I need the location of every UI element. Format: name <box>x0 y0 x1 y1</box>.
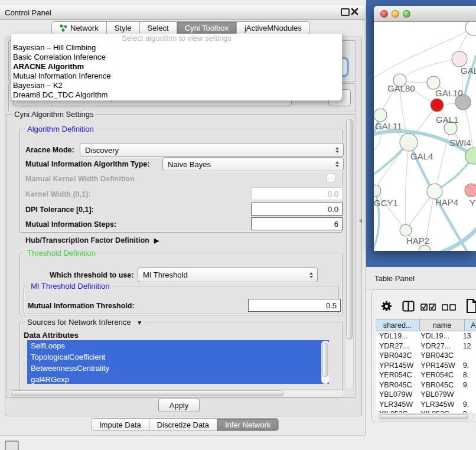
node-label: GAL1 <box>436 115 458 125</box>
column-header[interactable]: A <box>465 319 476 331</box>
node-label: Y <box>470 198 475 208</box>
expander-arrow-icon: ▶ <box>154 237 159 244</box>
table-row[interactable]: YLR345WYLR345W9. <box>376 400 476 410</box>
attribute-item[interactable]: TopologicalCoefficient <box>27 351 329 363</box>
network-node[interactable] <box>465 22 476 35</box>
tab-discretize-data[interactable]: Discretize Data <box>149 418 217 431</box>
table-hscrollbar-thumb[interactable] <box>380 414 468 419</box>
kernel-width-field[interactable]: 0.0 <box>251 187 343 200</box>
algorithm-option[interactable]: Bayesian – Hill Climbing <box>11 43 342 53</box>
table-cell: YDR27... <box>417 342 459 350</box>
collapsed-panel-icon[interactable] <box>5 441 19 450</box>
table-row[interactable]: YBR043CYBR043C <box>376 351 476 361</box>
float-window-button[interactable] <box>341 8 350 16</box>
network-canvas[interactable]: GALGAL80GAL10GAL1GAL11SWI4GAL4GCY1HAP4YH… <box>374 22 476 251</box>
attribute-item[interactable]: gal4RGexp <box>27 374 329 384</box>
gear-icon[interactable] <box>381 301 392 312</box>
network-node-gal10[interactable] <box>427 76 440 89</box>
table-row[interactable]: YDL19...YDL19...13 <box>376 331 476 341</box>
close-traffic-light[interactable] <box>380 10 388 18</box>
minimize-traffic-light[interactable] <box>392 10 399 18</box>
node-label: GAL80 <box>387 83 415 93</box>
mi-algorithm-type-combobox[interactable]: Naive Bayes <box>162 157 344 171</box>
table-cell: YER054C <box>417 371 459 379</box>
table-row[interactable]: YBR045CYBR045C9. <box>376 380 476 390</box>
settings-hscrollbar-thumb[interactable] <box>11 390 283 396</box>
table-cell: 9. <box>459 361 476 370</box>
control-panel-titlebar[interactable]: Control Panel <box>0 5 365 20</box>
dpi-tolerance-field[interactable]: 0.0 <box>251 203 343 216</box>
network-node-gal11[interactable] <box>374 109 387 122</box>
table-cell: YPR145W <box>376 361 417 370</box>
tab-impute-data[interactable]: Impute Data <box>91 418 149 431</box>
algorithm-dropdown-popup: Select algorithm to view settings Bayesi… <box>11 34 343 101</box>
collapse-arrow-icon[interactable]: ▼ <box>136 319 142 326</box>
split-columns-icon[interactable] <box>402 301 415 312</box>
hub-definition-expander[interactable]: Hub/Transcription Factor Definition▶ <box>25 236 159 244</box>
network-icon <box>60 24 67 32</box>
checked-boxes-icon[interactable] <box>420 304 436 311</box>
attributes-vscrollbar[interactable] <box>321 341 330 384</box>
tab-select[interactable]: Select <box>139 21 177 34</box>
apply-button[interactable]: Apply <box>158 399 200 412</box>
tab-network[interactable]: Network <box>51 21 107 34</box>
tab-infer-network[interactable]: Infer Network <box>217 418 279 431</box>
manual-kernel-width-checkbox[interactable] <box>326 174 335 183</box>
node-label: HAP2 <box>406 236 429 246</box>
settings-vscrollbar-thumb[interactable] <box>346 119 353 340</box>
settings-hscrollbar[interactable] <box>8 389 344 397</box>
network-node[interactable] <box>419 245 431 251</box>
algorithm-option[interactable]: Bayesian – K2 <box>11 81 342 90</box>
node-label: SWI4 <box>449 138 471 148</box>
algorithm-option[interactable]: Mutual Information Inference <box>11 71 342 81</box>
tab-cyni-toolbox[interactable]: Cyni Toolbox <box>177 21 237 34</box>
network-edge[interactable] <box>405 142 409 230</box>
tab-style[interactable]: Style <box>106 21 140 34</box>
network-window-titlebar[interactable] <box>374 6 476 22</box>
algorithm-option[interactable]: Dream8 DC_TDC Algorithm <box>11 90 342 100</box>
algorithm-option[interactable]: ARACNE Algorithm <box>11 62 342 71</box>
network-node-gal4[interactable] <box>400 133 418 151</box>
tab-jactivemnodules[interactable]: jActiveMNodules <box>236 21 310 34</box>
network-graph: GALGAL80GAL10GAL1GAL11SWI4GAL4GCY1HAP4YH… <box>374 22 476 251</box>
spinner-arrows-icon <box>335 161 339 167</box>
table-hscrollbar[interactable] <box>378 413 474 420</box>
column-header[interactable]: name <box>420 319 465 331</box>
network-view-window[interactable]: GALGAL80GAL10GAL1GAL11SWI4GAL4GCY1HAP4YH… <box>374 6 476 251</box>
spinner-arrows-icon <box>309 272 313 278</box>
node-label: HAP4 <box>435 197 458 207</box>
network-node-gal[interactable] <box>452 51 467 67</box>
tab-label: Cyni Toolbox <box>185 24 229 32</box>
attribute-item[interactable]: BetweennessCentrality <box>27 363 329 374</box>
aracne-mode-combobox[interactable]: Discovery <box>80 143 344 157</box>
network-node-y[interactable] <box>465 184 476 197</box>
algorithm-option[interactable]: Basic Correlation Inference <box>11 53 342 62</box>
settings-vscrollbar[interactable] <box>345 116 354 390</box>
algorithm-dropdown-list: Bayesian – Hill ClimbingBasic Correlatio… <box>11 43 342 100</box>
table-row[interactable]: YPR145WYPR145W9. <box>376 361 476 371</box>
mi-algorithm-type-label: Mutual Information Algorithm Type: <box>25 160 149 168</box>
mi-threshold-definition-title: MI Threshold Definition <box>28 282 112 291</box>
mi-threshold-field[interactable]: 0.5 <box>248 299 341 312</box>
tab-label: jActiveMNodules <box>244 24 302 32</box>
table-row[interactable]: YDR27...YDR27...12 <box>376 341 476 351</box>
table-cell: YBR043C <box>376 351 417 360</box>
cyni-algorithm-settings-title: Cyni Algorithm Settings <box>12 110 96 119</box>
close-panel-button[interactable] <box>351 8 358 15</box>
table-row[interactable]: YBL079WYBL079W <box>376 390 476 400</box>
sources-title-text: Sources for Network Inference <box>27 318 131 327</box>
unchecked-boxes-icon[interactable] <box>442 304 456 311</box>
mi-steps-field[interactable]: 6 <box>251 217 343 230</box>
network-node-gal1[interactable] <box>431 99 444 112</box>
zoom-traffic-light[interactable] <box>403 10 410 18</box>
network-node-hap2[interactable] <box>400 224 412 236</box>
table-row[interactable]: YER054CYER054C8. <box>376 370 476 380</box>
column-header[interactable]: shared... <box>376 319 420 331</box>
panel-divider-grip[interactable] <box>359 219 362 223</box>
document-icon[interactable] <box>466 298 476 314</box>
attributes-vscrollbar-thumb[interactable] <box>322 343 328 377</box>
attribute-item[interactable]: SelfLoops <box>27 340 329 351</box>
tab-label: Style <box>115 24 132 32</box>
network-node-gcy1[interactable] <box>374 185 381 197</box>
which-threshold-combobox[interactable]: MI Threshold <box>138 268 318 282</box>
